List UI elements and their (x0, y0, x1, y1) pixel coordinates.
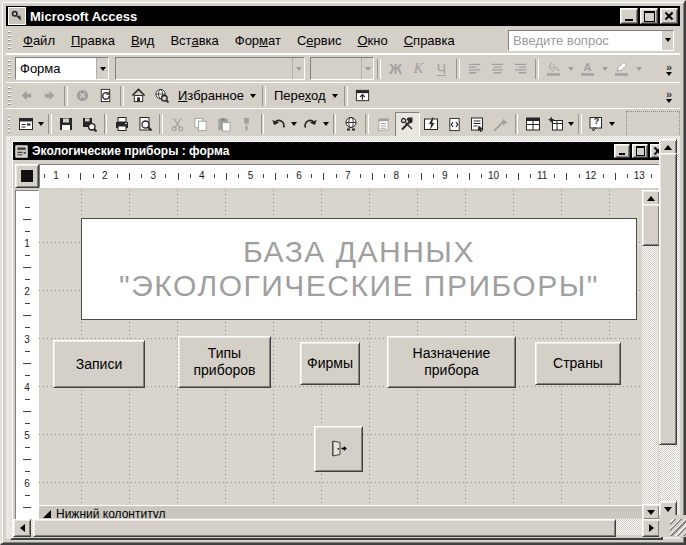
ruler-number: 10 (488, 170, 499, 181)
refresh-button[interactable] (94, 84, 117, 107)
code-button[interactable] (443, 113, 466, 136)
form-maximize-button[interactable] (632, 144, 648, 158)
copy-icon (193, 117, 208, 132)
form-minimize-button[interactable] (614, 144, 630, 158)
ruler-tick (25, 423, 30, 424)
ruler-tick (44, 174, 45, 178)
scroll-down-button[interactable] (642, 504, 660, 520)
form-horizontal-scrollbar[interactable] (13, 519, 658, 535)
font-size-combo (310, 57, 374, 80)
ruler-number: 4 (199, 170, 205, 181)
detail-section-grid[interactable]: БАЗА ДАННЫХ "ЭКОЛОГИЧЕСКИЕ ПРИБОРЫ" Запи… (39, 190, 642, 518)
undo-dropdown[interactable] (290, 113, 298, 136)
new-object-button[interactable] (544, 113, 567, 136)
menu-item[interactable]: Окно (349, 30, 395, 51)
show-web-toolbar-button[interactable] (351, 84, 374, 107)
menu-item[interactable]: Формат (227, 30, 289, 51)
minimize-icon (619, 153, 625, 155)
workspace-vertical-scrollbar[interactable] (659, 139, 675, 515)
toolbar-options-chevron[interactable]: » (660, 62, 678, 76)
arrow-right-icon (649, 524, 654, 532)
align-right-icon (513, 61, 528, 76)
web-toolbar: Избранное Переход » (6, 82, 680, 109)
object-selector-dropdown[interactable] (96, 58, 108, 79)
undo-button[interactable] (267, 113, 290, 136)
menu-item[interactable]: Вставка (162, 30, 226, 51)
chevron-down-icon (332, 94, 338, 98)
menu-item[interactable]: Файл (15, 30, 63, 51)
print-button[interactable] (110, 113, 133, 136)
search-web-button[interactable] (150, 84, 173, 107)
form-command-button[interactable]: Фирмы (300, 342, 360, 385)
menu-item[interactable]: Вид (123, 30, 163, 51)
form-command-button[interactable]: Страны (535, 342, 621, 385)
footer-section-bar[interactable]: Нижний колонтитул (39, 505, 642, 518)
print-preview-button[interactable] (133, 113, 156, 136)
font-name-dropdown (292, 58, 304, 79)
exit-door-icon (329, 439, 349, 459)
resize-grip[interactable] (670, 519, 686, 536)
ask-question-dropdown[interactable] (662, 31, 673, 50)
toolbar-grip[interactable] (8, 60, 11, 78)
help-dropdown[interactable] (608, 113, 616, 136)
go-button[interactable]: Переход (269, 84, 341, 107)
view-dropdown[interactable] (37, 113, 45, 136)
form-selector-box[interactable] (15, 164, 39, 188)
chevron-down-icon (296, 67, 302, 71)
form-vertical-scrollbar[interactable] (642, 190, 658, 518)
minimize-icon (625, 19, 633, 21)
close-button[interactable] (660, 8, 678, 24)
ruler-tick (23, 363, 31, 364)
scroll-left-button[interactable] (13, 519, 31, 537)
web-search-icon (154, 88, 169, 103)
vertical-scroll-thumb[interactable] (642, 204, 660, 246)
ruler-number: 2 (102, 170, 108, 181)
minimize-button[interactable] (620, 8, 638, 24)
new-object-dropdown[interactable] (567, 113, 575, 136)
file-search-button[interactable] (78, 113, 101, 136)
ruler-number: 5 (24, 430, 30, 441)
horizontal-ruler[interactable]: 12345678910111213 (39, 164, 660, 188)
ruler-tick (25, 495, 30, 496)
horizontal-scroll-thumb[interactable] (33, 519, 616, 537)
vertical-ruler[interactable]: 123456 (15, 190, 39, 520)
menu-item[interactable]: Правка (63, 30, 123, 51)
object-selector-combo[interactable]: Форма (15, 57, 109, 80)
ask-question-box[interactable]: Введите вопрос (508, 30, 674, 51)
toolbox-button[interactable] (395, 112, 420, 137)
vertical-scroll-thumb[interactable] (659, 153, 677, 445)
ruler-tick (287, 174, 288, 178)
font-color-dropdown (599, 57, 610, 80)
chevron-right-icon: » (666, 89, 672, 99)
favorites-button[interactable]: Избранное (173, 84, 259, 107)
home-icon (131, 88, 146, 103)
menu-item[interactable]: Сервис (289, 30, 350, 51)
toolbar-grip[interactable] (8, 87, 11, 105)
form-header-label[interactable]: БАЗА ДАННЫХ "ЭКОЛОГИЧЕСКИЕ ПРИБОРЫ" (81, 218, 637, 320)
build-wand-icon (493, 117, 508, 132)
menu-item[interactable]: Справка (396, 30, 463, 51)
redo-button[interactable] (299, 113, 322, 136)
scroll-right-button[interactable] (642, 519, 660, 537)
properties-button[interactable] (466, 113, 489, 136)
autoformat-button[interactable] (420, 113, 443, 136)
exit-form-button[interactable] (314, 426, 363, 472)
database-window-button[interactable] (521, 113, 544, 136)
toolbar-options-chevron[interactable]: » (660, 89, 678, 103)
help-button[interactable]: ? (585, 113, 608, 136)
form-command-button[interactable]: Записи (53, 340, 145, 388)
redo-dropdown[interactable] (322, 113, 330, 136)
form-command-button[interactable]: Типы приборов (178, 336, 271, 388)
toolbar-grip[interactable] (8, 31, 11, 49)
insert-hyperlink-button[interactable] (339, 113, 362, 136)
home-button[interactable] (127, 84, 150, 107)
form-command-button[interactable]: Назначение прибора (387, 336, 516, 388)
toolbar-grip[interactable] (8, 115, 10, 133)
save-button[interactable] (55, 113, 78, 136)
question-mark-glyph: ? (594, 116, 600, 126)
ruler-tick (457, 174, 458, 178)
maximize-button[interactable] (640, 8, 658, 24)
toolbar-empty-area (626, 111, 680, 137)
chevron-down-icon (365, 67, 371, 71)
view-button[interactable] (14, 113, 37, 136)
